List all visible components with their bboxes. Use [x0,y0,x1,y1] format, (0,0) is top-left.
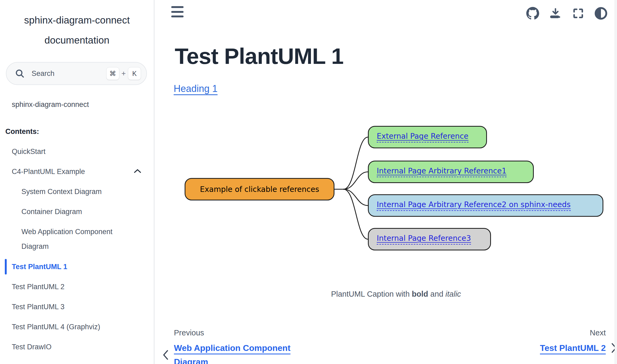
search-box[interactable]: Search ⌘ + K [6,62,147,85]
github-icon[interactable] [526,7,539,20]
previous-page-link[interactable]: Web Application Component Diagram [174,341,324,364]
sidebar-item-test-plantuml-3[interactable]: Test PlantUML 3 [12,303,154,311]
diagram-node-external-page-reference[interactable]: External Page Reference [368,126,487,148]
sidebar-item-root-project[interactable]: sphinx-diagram-connect [12,100,154,109]
heading-1-link[interactable]: Heading 1 [174,83,218,94]
plantuml-figure: Example of clickable references External… [185,123,607,299]
sidebar-item-c4-plantuml-example[interactable]: C4-PlantUML Example [12,168,154,176]
sidebar-item-test-plantuml-2[interactable]: Test PlantUML 2 [12,283,154,291]
sidebar-item-quickstart[interactable]: QuickStart [12,148,154,156]
search-placeholder: Search [32,69,106,78]
next-page-group: Next Test PlantUML 2 [540,328,617,355]
header-icon-buttons [526,7,607,20]
chevron-up-icon[interactable] [134,168,142,174]
site-title: sphinx-diagram-connect documentation [0,10,154,50]
sidebar-item-container-diagram[interactable]: Container Diagram [12,208,154,216]
previous-page-group: Previous Web Application Component Diagr… [162,328,324,364]
next-label: Next [590,328,606,337]
diagram-root-node: Example of clickable references [185,178,334,200]
kbd-plus-sign: + [121,69,126,78]
page-scrollbar[interactable] [615,0,617,364]
diagram-node-internal-page-reference3[interactable]: Internal Page Reference3 [368,228,491,250]
sidebar-nav: QuickStart C4-PlantUML Example System Co… [0,148,154,351]
kbd-cmd-key: ⌘ [106,67,119,80]
theme-contrast-icon[interactable] [595,7,607,20]
documentation-page: sphinx-diagram-connect documentation Sea… [0,0,617,364]
kbd-k-key: K [128,67,141,80]
sidebar: sphinx-diagram-connect documentation Sea… [0,0,154,364]
contents-heading: Contents: [5,127,154,136]
mindmap-diagram: Example of clickable references External… [185,123,607,254]
page-title: Test PlantUML 1 [175,43,607,69]
pager-navigation: Previous Web Application Component Diagr… [171,328,607,364]
sidebar-item-test-plantuml-1[interactable]: Test PlantUML 1 [12,263,154,271]
diagram-node-internal-page-arbitrary-reference2[interactable]: Internal Page Arbitrary Reference2 on sp… [368,194,603,217]
menu-icon[interactable] [171,5,184,18]
fullscreen-icon[interactable] [572,7,585,20]
topbar [171,5,607,20]
download-icon[interactable] [549,7,562,20]
main-content: Test PlantUML 1 Heading 1 Example of cli… [154,0,617,364]
diagram-node-internal-page-arbitrary-reference1[interactable]: Internal Page Arbitrary Reference1 [368,161,534,183]
sidebar-item-system-context-diagram[interactable]: System Context Diagram [12,188,154,196]
previous-label: Previous [174,328,324,337]
chevron-left-icon[interactable] [162,349,169,361]
sidebar-item-web-application-component-diagram[interactable]: Web Application Component Diagram [12,224,154,254]
sidebar-item-test-plantuml-4-graphviz[interactable]: Test PlantUML 4 (Graphviz) [12,323,154,331]
search-icon [14,68,25,79]
figure-caption: PlantUML Caption with bold and italic [185,290,607,299]
sidebar-item-test-drawio[interactable]: Test DrawIO [12,343,154,351]
next-page-link[interactable]: Test PlantUML 2 [540,341,606,355]
